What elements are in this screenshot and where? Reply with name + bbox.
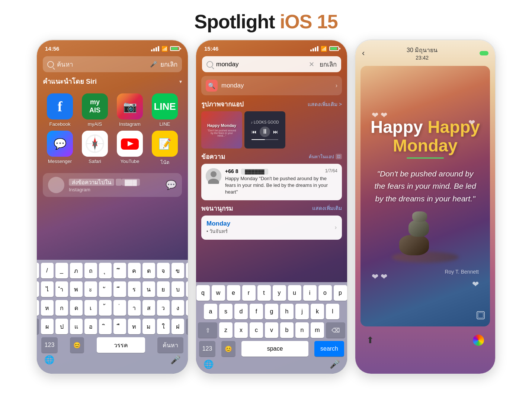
key-u-long[interactable]: ึ [113,263,126,278]
key-x[interactable]: x [234,322,248,338]
photo-thumb-happy-monday[interactable]: Happy Monday "Don't be pushed around by … [201,111,242,149]
clear-search-icon[interactable]: ✕ [309,60,314,68]
search-key[interactable]: ค้นหา [157,337,183,353]
key-so-sala[interactable]: ส [142,300,155,316]
key-mai-mal[interactable]: ไ [41,281,54,297]
key-mai-tho[interactable]: ้ [99,300,112,316]
key-kho-khuat[interactable]: ข [186,300,189,316]
key-u[interactable]: u [288,285,301,301]
chevron-down-icon[interactable]: ▾ [179,79,182,84]
key-n[interactable]: n [295,322,309,338]
dictionary-more[interactable]: แสดงเพิ่มเติม [312,204,342,212]
key-mo-ma[interactable]: ม [142,319,155,334]
key-v[interactable]: v [265,322,278,338]
key-cho-ching[interactable]: ช [186,263,189,278]
app-item-facebook[interactable]: f Facebook [44,93,76,127]
key-m[interactable]: m [311,322,324,338]
key-t[interactable]: t [257,285,271,301]
backspace-key-en[interactable]: ⌫ [326,322,345,338]
key-fo-fa[interactable]: ฟ [36,300,39,316]
backspace-key[interactable]: ⌫ [186,319,189,334]
key-lo-ling[interactable]: ล [186,281,189,297]
key-pho[interactable]: ภ [70,263,83,278]
key-o-ang[interactable]: อ [84,319,97,334]
key-no-nu[interactable]: น [142,281,155,297]
key-a[interactable]: a [204,304,217,319]
emoji-key[interactable]: 😊 [70,337,84,353]
key-u-short[interactable]: ุ [99,263,112,278]
key-j[interactable]: j [295,304,309,319]
app-item-notes[interactable]: 📝 โน้ต [149,131,180,166]
key-under[interactable]: _ [55,263,68,278]
cancel-button[interactable]: ยกเลิก [160,59,177,69]
key-mai-han-akat[interactable]: ั [99,281,112,297]
app-item-youtube[interactable]: YouTube [114,131,145,166]
photo-thumb-music[interactable]: ♪ LOOKS GOOD ⏮ ⏸ ⏭ [244,111,285,149]
key-fo-fan[interactable]: ฝ [172,319,184,334]
key-i[interactable]: i [303,285,317,301]
key-k[interactable]: k [311,304,324,319]
messages-more[interactable]: ค้นหาในแอป ⊡ [309,153,342,160]
photos-more[interactable]: แสดงเพิ่มเติม > [308,100,342,108]
key-sara-am[interactable]: ำ [55,281,68,297]
key-sara-i[interactable]: ิ [99,319,112,334]
key-sara-ue[interactable]: ื [113,319,126,334]
key-sara-ae[interactable]: แ [70,319,83,334]
key-c[interactable]: c [250,322,263,338]
app-item-instagram[interactable]: 📷 Instagram [114,93,145,127]
shift-key[interactable]: ⇧ [36,319,39,334]
emoji-key-en[interactable]: 😊 [221,341,235,357]
app-item-messenger[interactable]: 💬 Messenger [44,131,76,166]
key-b[interactable]: b [280,322,294,338]
app-item-myais[interactable]: myAIS myAIS [79,93,110,127]
share-icon[interactable]: ⬆ [366,335,374,345]
key-bo-baimai[interactable]: บ [172,281,184,297]
key-kho[interactable]: ค [128,263,141,278]
app-item-safari[interactable]: Safari [79,131,110,166]
space-key-en[interactable]: space [241,341,308,357]
key-mai-ek[interactable]: ๆ [36,281,39,297]
numbers-key-en[interactable]: 123 [199,341,215,357]
key-l[interactable]: l [326,304,339,319]
key-tho[interactable]: ถ [84,263,97,278]
search-key-en[interactable]: search [314,341,344,357]
app-item-line[interactable]: LINE LINE [149,93,180,127]
key-ho-hip[interactable]: ห [41,300,54,316]
key-z[interactable]: z [219,322,233,338]
key-cho[interactable]: จ [157,263,170,278]
key-ko-kai[interactable]: ก [55,300,68,316]
monday-suggestion[interactable]: 🔍 monday › [201,76,342,95]
key-yo-yak[interactable]: ย [157,281,170,297]
mic-icon-en[interactable]: 🎤 [330,360,340,369]
key-sara-mai-nakhahit[interactable]: ใ [157,319,170,334]
key-pho-phan[interactable]: พ [70,281,83,297]
message-suggestion[interactable]: ส่งข้อความไปใน ▓▓▓ Instagram 💬 [43,173,182,197]
key-do-dek[interactable]: ด [70,300,83,316]
cancel-button-2[interactable]: ยกเลิก [320,59,337,69]
key-e[interactable]: e [227,285,240,301]
key-ngo-ngu[interactable]: ง [172,300,184,316]
key-sara-a[interactable]: ะ [84,281,97,297]
key-to[interactable]: ต [142,263,155,278]
key-p[interactable]: p [334,285,347,301]
key-wo-waen[interactable]: ว [157,300,170,316]
shift-key-en[interactable]: ⇧ [198,322,217,338]
key-po-pla[interactable]: ป [55,319,68,334]
globe-icon[interactable]: 🌐 [44,355,54,365]
numbers-key[interactable]: 123 [41,337,58,353]
key-o[interactable]: o [318,285,332,301]
key-w[interactable]: w [212,285,225,301]
phone2-search-bar[interactable]: monday ✕ ยกเลิก [202,56,341,72]
globe-icon-en[interactable]: 🌐 [203,360,214,369]
mic-icon-kb[interactable]: 🎤 [170,355,180,365]
back-button[interactable]: ‹ [362,48,365,58]
photos-icon[interactable] [473,335,484,346]
key-q[interactable]: q [196,285,210,301]
key-g[interactable]: g [265,304,278,319]
dictionary-result[interactable]: Monday • วันจันทร์ › [201,216,342,240]
key-sara-aa[interactable]: า [128,300,141,316]
key-r[interactable]: r [242,285,256,301]
key-f[interactable]: f [250,304,263,319]
key-sara-ii[interactable]: ี [113,281,126,297]
key-h[interactable]: h [280,304,294,319]
